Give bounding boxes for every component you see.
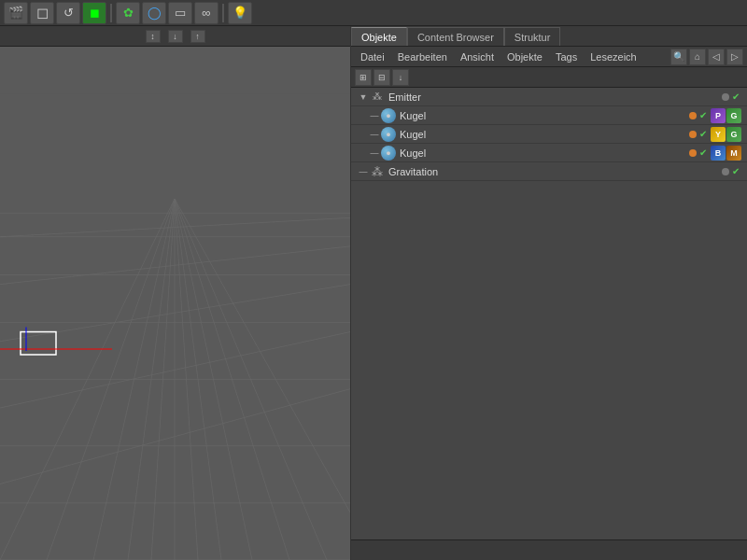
viewport-toolbar: ↕ ↓ ↑ bbox=[0, 26, 350, 47]
obj-row-gravitation[interactable]: — ⁂ Gravitation ✔ bbox=[351, 162, 747, 181]
toolbar-btn-shape[interactable]: ◻ bbox=[30, 2, 54, 24]
search-icon-btn[interactable]: 🔍 bbox=[670, 49, 687, 65]
menu-objekte[interactable]: Objekte bbox=[501, 49, 548, 64]
obj-row-kugel-2[interactable]: — ● Kugel ✔ Y G bbox=[351, 125, 747, 144]
down-arrow-btn[interactable]: ↓ bbox=[392, 69, 409, 86]
toolbar-btn-light[interactable]: 💡 bbox=[228, 2, 252, 24]
kugel1-name: Kugel bbox=[400, 110, 689, 121]
tab-bar: Objekte Content Browser Struktur bbox=[351, 26, 747, 47]
toolbar-btn-rect[interactable]: ▭ bbox=[168, 2, 192, 24]
svg-rect-26 bbox=[0, 47, 350, 94]
emitter-name: Emitter bbox=[388, 91, 722, 103]
kugel2-dot bbox=[689, 131, 697, 138]
viewport-down-icon[interactable]: ↓ bbox=[168, 30, 183, 43]
toolbar-btn-flower[interactable]: ✿ bbox=[116, 2, 140, 24]
menu-bearbeiten[interactable]: Bearbeiten bbox=[392, 49, 453, 64]
obj-row-emitter[interactable]: ▼ ⁂ Emitter ✔ bbox=[351, 88, 747, 106]
kugel3-check: ✔ bbox=[699, 147, 707, 158]
kugel2-type-icon: ● bbox=[381, 127, 396, 142]
tab-objekte[interactable]: Objekte bbox=[351, 27, 407, 46]
kugel1-check: ✔ bbox=[699, 110, 707, 120]
grav-dot bbox=[722, 168, 729, 175]
toolbar-btn-infinity[interactable]: ∞ bbox=[194, 2, 218, 24]
separator-2 bbox=[222, 4, 224, 22]
kugel1-dot bbox=[689, 112, 697, 119]
tab-content-browser[interactable]: Content Browser bbox=[407, 27, 504, 46]
grav-type-icon: ⁂ bbox=[370, 164, 385, 179]
toolbar-btn-film[interactable]: 🎬 bbox=[4, 2, 28, 24]
collapse-all-btn[interactable]: ⊟ bbox=[374, 69, 390, 86]
separator-1 bbox=[110, 4, 112, 22]
kugel3-tag-blue[interactable]: B bbox=[711, 146, 726, 161]
viewport-move-icon[interactable]: ↕ bbox=[146, 30, 161, 43]
menu-datei[interactable]: Datei bbox=[355, 49, 390, 64]
emitter-dot bbox=[722, 93, 729, 101]
svg-rect-0 bbox=[0, 47, 350, 560]
viewport-svg bbox=[0, 47, 350, 560]
expand-emitter-icon[interactable]: ▼ bbox=[359, 92, 368, 102]
kugel2-tag-yellow[interactable]: Y bbox=[711, 127, 726, 142]
emitter-type-icon: ⁂ bbox=[370, 90, 385, 105]
home-icon-btn[interactable]: ⌂ bbox=[689, 49, 706, 65]
obj-row-kugel-3[interactable]: — ● Kugel ✔ B M bbox=[351, 144, 747, 162]
back-icon-btn[interactable]: ◁ bbox=[708, 49, 725, 65]
obj-toolbar: ⊞ ⊟ ↓ bbox=[351, 67, 747, 88]
tab-struktur[interactable]: Struktur bbox=[504, 27, 561, 46]
grav-name: Gravitation bbox=[388, 166, 722, 177]
main-area: ↕ ↓ ↑ bbox=[0, 26, 747, 560]
kugel3-name: Kugel bbox=[400, 147, 689, 159]
kugel2-check: ✔ bbox=[699, 129, 707, 139]
expand-kugel3-icon: — bbox=[370, 148, 379, 158]
kugel1-type-icon: ● bbox=[381, 108, 396, 123]
forward-icon-btn[interactable]: ▷ bbox=[726, 49, 743, 65]
menu-ansicht[interactable]: Ansicht bbox=[455, 49, 500, 64]
emitter-check: ✔ bbox=[732, 91, 740, 102]
bottom-bar bbox=[351, 539, 747, 560]
kugel1-tag-purple[interactable]: P bbox=[711, 108, 726, 123]
kugel1-tag-green[interactable]: G bbox=[726, 108, 741, 123]
menu-lesezeichen[interactable]: Lesezeich bbox=[585, 49, 642, 64]
kugel3-type-icon: ● bbox=[381, 146, 396, 161]
viewport: ↕ ↓ ↑ bbox=[0, 26, 350, 560]
object-list: ▼ ⁂ Emitter ✔ — ● Kugel ✔ P G bbox=[351, 88, 747, 539]
right-panel: Objekte Content Browser Struktur Datei B… bbox=[350, 26, 747, 560]
menu-icons: 🔍 ⌂ ◁ ▷ bbox=[670, 49, 743, 65]
toolbar-btn-rotate[interactable]: ↺ bbox=[56, 2, 80, 24]
menu-tags[interactable]: Tags bbox=[550, 49, 583, 64]
kugel3-tag-multi[interactable]: M bbox=[726, 146, 741, 161]
kugel3-dot bbox=[689, 149, 697, 157]
expand-kugel1-icon: — bbox=[370, 111, 379, 120]
viewport-up-icon[interactable]: ↑ bbox=[190, 30, 205, 43]
kugel2-tag-green2[interactable]: G bbox=[726, 127, 741, 142]
grav-check: ✔ bbox=[732, 166, 740, 176]
kugel3-tags: B M bbox=[711, 146, 741, 161]
grid-canvas bbox=[0, 47, 350, 560]
kugel1-tags: P G bbox=[711, 108, 741, 123]
expand-grav-icon: — bbox=[359, 167, 368, 176]
obj-row-kugel-1[interactable]: — ● Kugel ✔ P G bbox=[351, 106, 747, 125]
menu-bar: Datei Bearbeiten Ansicht Objekte Tags Le… bbox=[351, 47, 747, 67]
expand-kugel2-icon: — bbox=[370, 130, 379, 139]
top-toolbar: 🎬 ◻ ↺ ◼ ✿ ◯ ▭ ∞ 💡 bbox=[0, 0, 747, 26]
expand-all-btn[interactable]: ⊞ bbox=[355, 69, 372, 86]
toolbar-btn-circle[interactable]: ◯ bbox=[142, 2, 166, 24]
kugel2-name: Kugel bbox=[400, 129, 689, 140]
toolbar-btn-solid[interactable]: ◼ bbox=[82, 2, 106, 24]
kugel2-tags: Y G bbox=[711, 127, 741, 142]
